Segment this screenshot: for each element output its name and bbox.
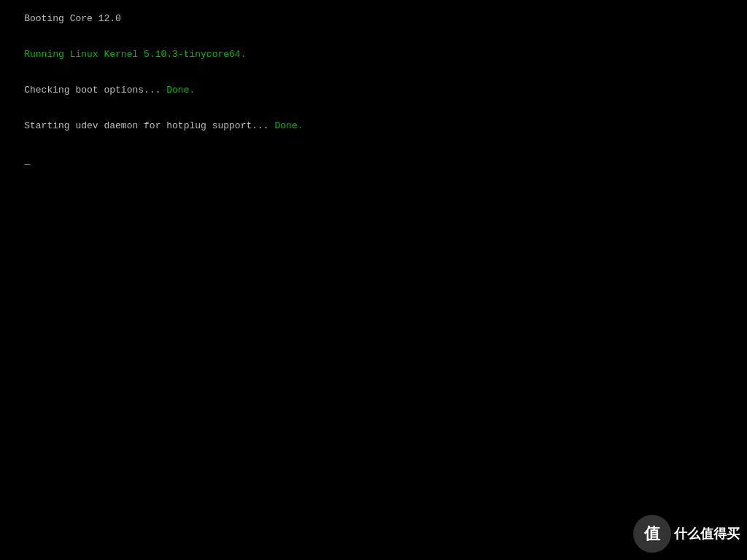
watermark-label: 什么值得买 <box>674 526 740 542</box>
starting-done: Done. <box>274 120 303 131</box>
starting-text: Starting udev daemon for hotplug support… <box>24 120 274 131</box>
boot-line-3: Checking boot options... Done. <box>1 73 746 109</box>
boot-line-1: Booting Core 12.0 <box>1 1 746 37</box>
checking-done: Done. <box>166 85 195 96</box>
watermark: 值 什么值得买 <box>633 515 740 553</box>
boot-line-2: Running Linux Kernel 5.10.3-tinycore64. <box>1 37 746 73</box>
terminal-screen: Booting Core 12.0 Running Linux Kernel 5… <box>0 0 747 560</box>
boot-line-4: Starting udev daemon for hotplug support… <box>1 108 746 144</box>
cursor-line: _ <box>1 144 746 179</box>
checking-text: Checking boot options... <box>24 85 166 96</box>
watermark-circle: 值 <box>633 515 671 553</box>
prompt-dash: _ <box>24 155 30 166</box>
boot-text-2: Running Linux Kernel 5.10.3-tinycore64. <box>24 49 246 60</box>
boot-text-1: Booting Core 12.0 <box>24 13 121 24</box>
watermark-symbol: 值 <box>644 524 660 544</box>
